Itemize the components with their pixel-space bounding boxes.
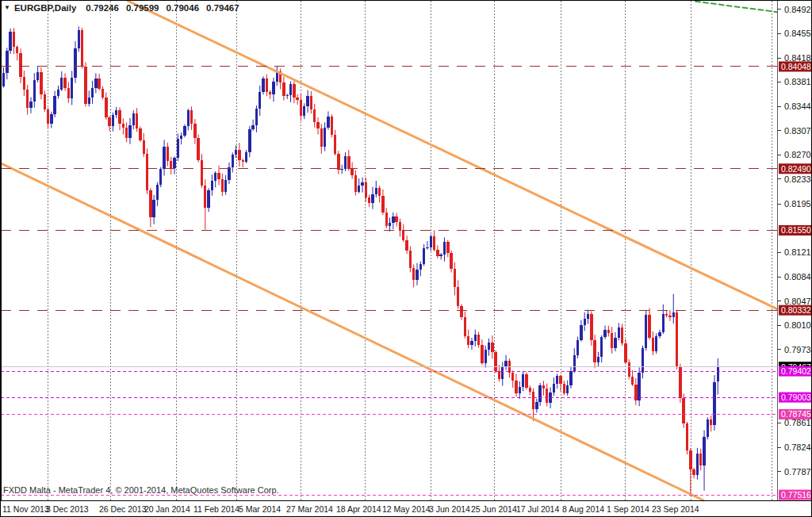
candle-body <box>405 240 408 251</box>
candle-body <box>143 140 145 154</box>
candle-body <box>47 109 49 124</box>
candle-body <box>361 182 363 186</box>
candle-body <box>84 67 86 103</box>
candle-body <box>655 336 657 351</box>
candle-body <box>628 362 630 376</box>
date-axis: 11 Nov 20133 Dec 201326 Dec 201320 Jan 2… <box>2 504 699 514</box>
candle-body <box>149 190 151 217</box>
candle-body <box>717 367 719 381</box>
candle-body <box>525 374 527 388</box>
price-tick-label: 0.77870 <box>784 467 812 477</box>
candle-body <box>98 79 100 88</box>
candle-body <box>296 98 298 100</box>
candle-body <box>224 180 227 191</box>
candle-body <box>214 173 216 181</box>
candle-body <box>255 109 258 125</box>
candle-body <box>57 90 59 96</box>
candle-body <box>340 169 343 170</box>
candle-body <box>221 179 224 192</box>
candle-body <box>286 95 289 96</box>
candle-body <box>337 154 339 169</box>
candle-body <box>470 341 473 345</box>
green-trendline[interactable] <box>695 2 777 12</box>
candle-body <box>454 269 456 287</box>
candle-body <box>74 48 76 79</box>
candle-body <box>9 32 11 51</box>
candle-body <box>139 128 141 140</box>
price-level-lines[interactable] <box>1 67 777 495</box>
candle-body <box>399 222 401 232</box>
candle-body <box>676 312 678 366</box>
date-tick-label: 20 Jan 2014 <box>144 504 190 514</box>
candle-body <box>197 138 199 160</box>
candle-body <box>300 100 302 116</box>
candle-body <box>163 147 165 169</box>
candle-body <box>699 454 702 465</box>
candle-body <box>327 117 329 127</box>
candle-body <box>375 188 377 194</box>
candle-body <box>207 190 209 207</box>
candle-body <box>316 122 319 128</box>
candle-body <box>347 156 350 169</box>
price-tick-label: 0.83070 <box>784 126 812 136</box>
candle-body <box>211 181 213 191</box>
candle-body <box>389 223 391 226</box>
candle-body <box>682 398 684 423</box>
candle-body <box>115 110 117 115</box>
candle-body <box>152 200 155 217</box>
price-tick-label: 0.78610 <box>784 418 812 427</box>
candle-body <box>648 315 650 338</box>
candle-body <box>409 251 412 268</box>
candle-body <box>242 160 244 161</box>
candle-body <box>190 110 193 124</box>
candle-body <box>40 72 42 94</box>
candle-body <box>245 152 247 162</box>
candle-body <box>334 135 336 154</box>
candle-body <box>266 79 268 91</box>
candle-body <box>2 73 5 86</box>
candle-body <box>183 126 186 136</box>
candle-body <box>368 197 370 203</box>
candle-body <box>159 169 162 185</box>
descending-channel-lower[interactable] <box>1 163 703 500</box>
candle-body <box>621 327 623 343</box>
candle-body <box>501 366 504 379</box>
candle-body <box>177 139 179 158</box>
candlesticks <box>2 26 719 494</box>
candle-body <box>696 454 699 474</box>
candle-body <box>350 169 353 175</box>
candle-body <box>535 402 538 409</box>
candle-body <box>180 136 182 139</box>
candle-body <box>419 264 422 270</box>
trendlines[interactable] <box>1 1 777 500</box>
candle-body <box>385 213 388 226</box>
candle-body <box>173 158 175 168</box>
price-chart[interactable]: 0.849200.845500.841800.838100.834400.830… <box>1 1 812 517</box>
candle-body <box>94 79 97 87</box>
candle-body <box>672 312 675 317</box>
candle-body <box>358 186 360 192</box>
candle-body <box>631 377 634 385</box>
candle-body <box>412 268 415 279</box>
candle-body <box>310 96 312 109</box>
candle-body <box>112 115 114 126</box>
candle-body <box>416 270 418 280</box>
date-tick-label: 26 Dec 2013 <box>99 504 147 514</box>
candle-body <box>436 250 439 256</box>
candle-body <box>262 79 264 91</box>
date-tick-label: 8 Aug 2014 <box>562 504 604 514</box>
candle-body <box>538 385 541 402</box>
candle-body <box>313 109 316 122</box>
candle-body <box>477 335 480 345</box>
quote-close: 0.79467 <box>206 3 239 13</box>
price-tick-label: 0.81210 <box>784 247 812 257</box>
mt4-chart-window: ▼EURGBP,Daily0.792460.795990.790460.7946… <box>0 0 812 517</box>
candle-body <box>132 113 135 124</box>
candle-body <box>344 156 347 168</box>
candle-body <box>71 78 73 98</box>
candle-body <box>556 376 558 384</box>
candle-body <box>193 124 196 137</box>
candle-body <box>559 376 561 384</box>
candle-body <box>170 161 172 168</box>
candle-body <box>584 319 586 325</box>
